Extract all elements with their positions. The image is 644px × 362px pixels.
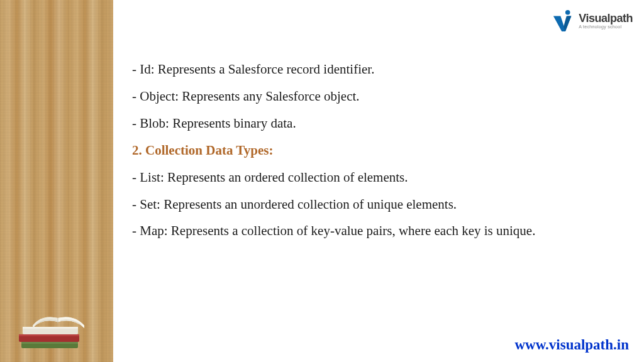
books-icon: [4, 284, 111, 359]
company-logo: Visualpath A technology school: [552, 9, 633, 33]
svg-rect-4: [19, 334, 79, 336]
bullet-blob: - Blob: Represents binary data.: [132, 111, 616, 136]
svg-point-0: [565, 10, 570, 15]
section-heading: 2. Collection Data Types:: [132, 138, 616, 163]
slide-content: - Id: Represents a Salesforce record ide…: [132, 57, 616, 243]
logo-tagline: A technology school: [579, 25, 633, 29]
bullet-map: - Map: Represents a collection of key-va…: [132, 220, 616, 243]
svg-rect-6: [23, 327, 78, 329]
footer-url: www.visualpath.in: [514, 337, 629, 353]
logo-v-icon: [552, 9, 576, 33]
bullet-set: - Set: Represents an unordered collectio…: [132, 192, 616, 217]
bullet-id: - Id: Represents a Salesforce record ide…: [132, 57, 616, 82]
bullet-object: - Object: Represents any Salesforce obje…: [132, 84, 616, 109]
logo-name: Visualpath: [579, 13, 633, 24]
bullet-list: - List: Represents an ordered collection…: [132, 165, 616, 190]
svg-rect-2: [21, 342, 78, 344]
